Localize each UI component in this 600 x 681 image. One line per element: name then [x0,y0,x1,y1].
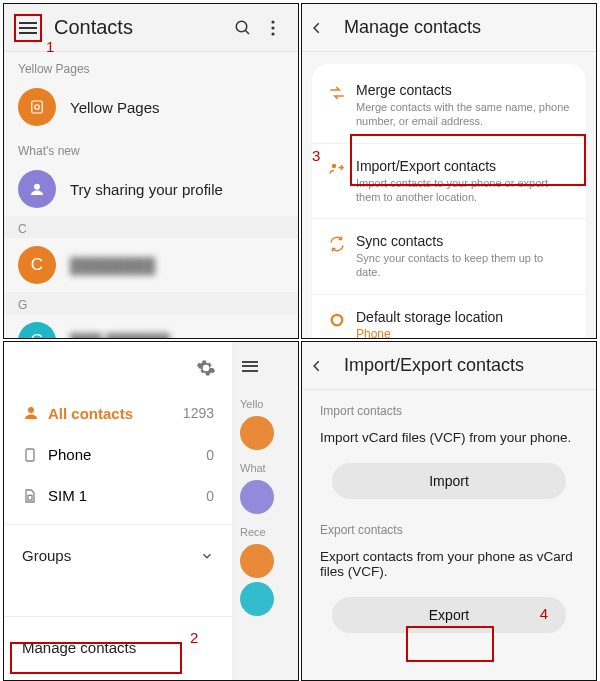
option-title: Import/Export contacts [356,158,570,174]
option-value: Phone [356,327,503,339]
svg-point-2 [271,20,274,23]
search-icon[interactable] [228,13,258,43]
drawer-label: All contacts [48,405,133,422]
yellow-pages-icon [18,88,56,126]
list-item-yellow-pages[interactable]: Yellow Pages [4,80,298,134]
app-title: Contacts [54,16,228,39]
drawer-scrim-content: Yello What Rece [232,342,298,680]
letter-divider: C [4,216,298,238]
list-item-share-profile[interactable]: Try sharing your profile [4,162,298,216]
section-import-header: Import contacts [302,390,596,424]
appbar: Manage contacts [302,4,596,52]
storage-icon [328,309,356,339]
drawer-count: 0 [206,488,214,504]
drawer-item-groups[interactable]: Groups [4,533,232,578]
menu-icon[interactable] [14,14,42,42]
svg-point-6 [35,105,40,110]
drawer-item-sim[interactable]: SIM 1 0 [4,475,232,516]
letter-divider: G [4,292,298,314]
panel-contacts-list: Contacts 1 Yellow Pages Yellow Pages Wha… [3,3,299,339]
phone-icon [22,447,48,463]
list-item-label: Yellow Pages [70,99,160,116]
button-label: Export [429,607,469,623]
item-import-export[interactable]: Import/Export contacts Import contacts t… [312,144,586,220]
drawer-label: Groups [22,547,71,564]
contact-name-redacted: ███ ██████ [70,333,170,340]
section-label: Yellow Pages [4,52,298,80]
option-sub: Sync your contacts to keep them up to da… [356,251,570,280]
button-label: Import [429,473,469,489]
import-export-icon [328,158,356,205]
item-sync-contacts[interactable]: Sync contacts Sync your contacts to keep… [312,219,586,295]
drawer-label: Manage contacts [22,639,136,656]
svg-point-10 [28,407,34,413]
person-icon [22,404,48,422]
options-card: Merge contacts Merge contacts with the s… [312,64,586,339]
drawer-count: 0 [206,447,214,463]
sim-icon [22,488,48,504]
section-export-header: Export contacts [302,509,596,543]
panel-import-export: Import/Export contacts Import contacts I… [301,341,597,681]
annotation-4: 4 [540,605,548,622]
divider [4,524,232,525]
panel-drawer: All contacts 1293 Phone 0 SIM 1 0 Groups [3,341,299,681]
back-icon[interactable] [310,21,338,35]
drawer-item-all-contacts[interactable]: All contacts 1293 [4,392,232,434]
panel-manage-contacts: Manage contacts Merge contacts Merge con… [301,3,597,339]
option-title: Sync contacts [356,233,570,249]
screen-title: Manage contacts [344,17,481,38]
svg-rect-12 [28,495,32,500]
svg-point-9 [332,315,343,326]
option-sub: Import contacts to your phone or export … [356,176,570,205]
import-button[interactable]: Import [332,463,566,499]
svg-point-4 [271,32,274,35]
chevron-down-icon [200,549,214,563]
svg-point-8 [332,163,337,168]
drawer-item-phone[interactable]: Phone 0 [4,434,232,475]
list-item-label: Try sharing your profile [70,181,223,198]
export-description: Export contacts from your phone as vCard… [302,543,596,593]
import-description: Import vCard files (VCF) from your phone… [302,424,596,459]
svg-point-0 [236,21,247,32]
contact-row[interactable]: G ███ ██████ [4,314,298,339]
item-merge-contacts[interactable]: Merge contacts Merge contacts with the s… [312,68,586,144]
merge-icon [328,82,356,129]
drawer-label: Phone [48,446,91,463]
annotation-1: 1 [46,38,54,55]
settings-icon[interactable] [196,358,216,378]
svg-line-1 [245,30,249,34]
export-button[interactable]: Export [332,597,566,633]
back-icon[interactable] [310,359,338,373]
background-appbar [232,342,298,390]
profile-icon [18,170,56,208]
annotation-3: 3 [312,147,320,164]
screen-title: Import/Export contacts [344,355,524,376]
svg-rect-11 [26,449,34,461]
option-title: Default storage location [356,309,503,325]
sync-icon [328,233,356,280]
svg-point-7 [34,184,40,190]
option-title: Merge contacts [356,82,570,98]
option-sub: Merge contacts with the same name, phone… [356,100,570,129]
contact-row[interactable]: C ████████ [4,238,298,292]
drawer-label: SIM 1 [48,487,87,504]
svg-rect-5 [32,101,43,113]
drawer-count: 1293 [183,405,214,421]
appbar: Import/Export contacts [302,342,596,390]
annotation-2: 2 [190,629,198,646]
section-label: What's new [4,134,298,162]
svg-point-3 [271,26,274,29]
contact-name-redacted: ████████ [70,257,155,274]
item-default-storage[interactable]: Default storage location Phone [312,295,586,339]
overflow-icon[interactable] [258,13,288,43]
avatar-letter: G [18,322,56,339]
avatar-letter: C [18,246,56,284]
divider [4,616,232,617]
